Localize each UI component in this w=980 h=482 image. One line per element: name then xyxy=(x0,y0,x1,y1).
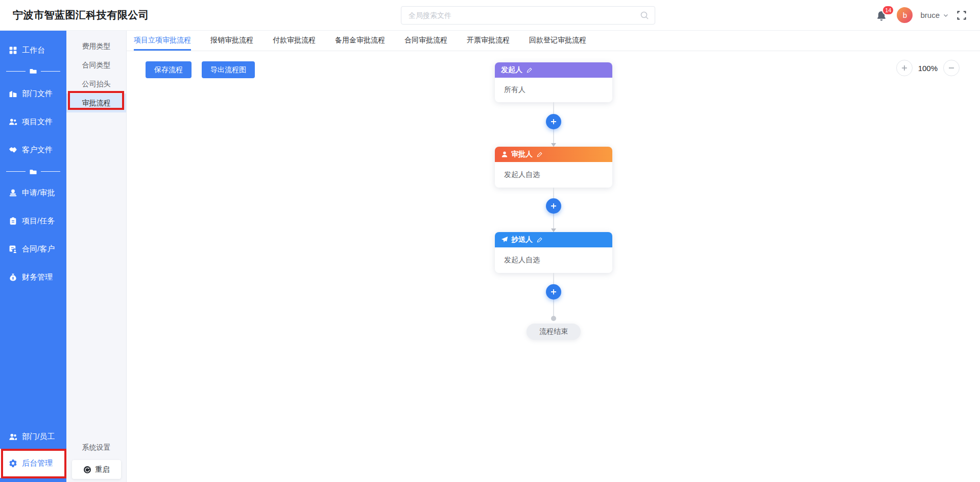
sidebar-bottom-group: 部门/员工 后台管理 xyxy=(0,424,66,482)
flow-node-cc[interactable]: 抄送人 发起人自选 xyxy=(495,232,612,273)
sidebar-divider-files xyxy=(0,62,66,80)
tab-invoice-flow[interactable]: 开票审批流程 xyxy=(467,31,510,51)
flow-canvas: 保存流程 导出流程图 100% 发起人 xyxy=(127,51,980,482)
sidebar-item-label: 合同/客户 xyxy=(22,244,55,254)
restart-label: 重启 xyxy=(95,465,110,474)
moneybag-icon xyxy=(9,273,17,282)
flow-node-cc-header: 抄送人 xyxy=(495,232,612,247)
sidebar-item-label: 项目/任务 xyxy=(22,216,55,226)
edit-icon[interactable] xyxy=(537,237,543,243)
company-name: 宁波市智蓝图汇科技有限公司 xyxy=(13,8,149,22)
flow-toolbar: 保存流程 导出流程图 xyxy=(146,61,255,78)
flow-tabbar: 项目立项审批流程 报销审批流程 付款审批流程 备用金审批流程 合同审批流程 开票… xyxy=(127,31,980,51)
sidebar-item-label: 部门文件 xyxy=(22,89,53,99)
cc-content: 发起人自选 xyxy=(495,247,612,273)
app-window: 宁波市智蓝图汇科技有限公司 14 b bruce xyxy=(0,0,980,482)
restart-icon xyxy=(83,466,91,474)
sidebar-item-label: 项目文件 xyxy=(22,117,53,127)
sidebar-item-admin[interactable]: 后台管理 xyxy=(0,449,66,478)
sidebar-item-apply-approval[interactable]: 申请/审批 xyxy=(0,179,66,207)
minus-icon xyxy=(948,64,955,72)
plus-icon xyxy=(550,118,557,125)
main-panel: 项目立项审批流程 报销审批流程 付款审批流程 备用金审批流程 合同审批流程 开票… xyxy=(127,31,980,482)
plus-icon xyxy=(550,202,557,210)
fullscreen-icon[interactable] xyxy=(957,10,967,20)
flow-node-initiator-header: 发起人 xyxy=(495,62,612,78)
zoom-in-button[interactable] xyxy=(896,60,913,76)
users-icon xyxy=(9,118,17,126)
subsidebar-item-company-letterhead[interactable]: 公司抬头 xyxy=(66,75,126,94)
plus-icon xyxy=(550,288,557,295)
chevron-down-icon xyxy=(943,12,949,18)
tab-project-initiation-flow[interactable]: 项目立项审批流程 xyxy=(134,31,191,51)
flow-end-dot xyxy=(551,316,556,321)
flow-node-approver[interactable]: 审批人 发起人自选 xyxy=(495,147,612,188)
plus-icon xyxy=(901,64,908,72)
tab-contract-flow[interactable]: 合同审批流程 xyxy=(404,31,447,51)
sidebar-item-project-task[interactable]: 项目/任务 xyxy=(0,207,66,235)
add-node-button[interactable] xyxy=(546,284,561,300)
zoom-level: 100% xyxy=(918,64,938,73)
tab-receipt-registration-flow[interactable]: 回款登记审批流程 xyxy=(529,31,586,51)
save-flow-button[interactable]: 保存流程 xyxy=(146,61,192,78)
export-flow-button[interactable]: 导出流程图 xyxy=(202,61,255,78)
flow-node-initiator[interactable]: 发起人 所有人 xyxy=(495,62,612,102)
contract-icon xyxy=(9,245,17,254)
system-settings-label: 系统设置 xyxy=(82,443,111,452)
tab-petty-cash-flow[interactable]: 备用金审批流程 xyxy=(335,31,385,51)
stamp-icon xyxy=(9,189,17,197)
sidebar-item-contract-customer[interactable]: 合同/客户 xyxy=(0,235,66,263)
building-icon xyxy=(9,89,17,98)
gear-icon xyxy=(9,459,17,468)
flow-end-node: 流程结束 xyxy=(527,324,581,340)
sidebar-item-finance[interactable]: 财务管理 xyxy=(0,263,66,291)
sidebar-item-department-files[interactable]: 部门文件 xyxy=(0,80,66,108)
edit-icon[interactable] xyxy=(537,151,543,157)
search-input[interactable] xyxy=(401,6,655,25)
sidebar-item-label: 后台管理 xyxy=(22,458,53,468)
subsidebar-item-expense-types[interactable]: 费用类型 xyxy=(66,37,126,56)
top-header: 宁波市智蓝图汇科技有限公司 14 b bruce xyxy=(0,0,980,31)
flow-connector xyxy=(553,273,554,316)
approval-flowchart: 发起人 所有人 xyxy=(495,51,612,340)
subsidebar-item-contract-types[interactable]: 合同类型 xyxy=(66,56,126,75)
add-node-button[interactable] xyxy=(546,198,561,214)
initiator-content: 所有人 xyxy=(495,78,612,102)
global-search xyxy=(401,6,655,25)
avatar[interactable]: b xyxy=(897,7,913,23)
notification-bell[interactable]: 14 xyxy=(876,9,889,22)
sidebar-item-label: 财务管理 xyxy=(22,272,53,282)
sidebar-item-label: 申请/审批 xyxy=(22,188,55,198)
flow-connector xyxy=(553,188,554,232)
zoom-controls: 100% xyxy=(896,60,960,76)
sidebar-item-workbench[interactable]: 工作台 xyxy=(0,38,66,62)
flow-connector xyxy=(553,102,554,147)
add-node-button[interactable] xyxy=(546,114,561,129)
flow-node-approver-header: 审批人 xyxy=(495,147,612,162)
sidebar-item-label: 部门/员工 xyxy=(22,432,55,442)
sidebar-item-department-staff[interactable]: 部门/员工 xyxy=(0,424,66,449)
folder-icon xyxy=(30,67,37,75)
sidebar-item-customer-files[interactable]: 客户文件 xyxy=(0,136,66,164)
grid-icon xyxy=(9,46,17,55)
tab-payment-flow[interactable]: 付款审批流程 xyxy=(273,31,316,51)
sidebar-item-label: 客户文件 xyxy=(22,145,53,155)
sidebar-item-project-files[interactable]: 项目文件 xyxy=(0,108,66,136)
subsidebar-item-approval-flow[interactable]: 审批流程 xyxy=(66,94,126,112)
sidebar-item-label: 工作台 xyxy=(22,45,45,55)
subsidebar-bottom-group: 系统设置 重启 xyxy=(66,443,126,482)
tab-reimbursement-flow[interactable]: 报销审批流程 xyxy=(210,31,253,51)
restart-button[interactable]: 重启 xyxy=(72,460,121,479)
arrow-down-icon xyxy=(551,228,556,232)
initiator-title: 发起人 xyxy=(501,65,522,75)
user-menu[interactable]: bruce xyxy=(920,11,949,19)
edit-icon[interactable] xyxy=(527,67,533,73)
username-label: bruce xyxy=(920,11,940,19)
zoom-out-button[interactable] xyxy=(943,60,960,76)
approver-content: 发起人自选 xyxy=(495,162,612,188)
arrow-down-icon xyxy=(551,143,556,147)
primary-sidebar: 工作台 部门文件 项目文件 客户文件 xyxy=(0,31,66,482)
person-icon xyxy=(501,151,508,158)
search-icon xyxy=(640,11,649,20)
secondary-sidebar: 费用类型 合同类型 公司抬头 审批流程 系统设置 重启 xyxy=(66,31,127,482)
